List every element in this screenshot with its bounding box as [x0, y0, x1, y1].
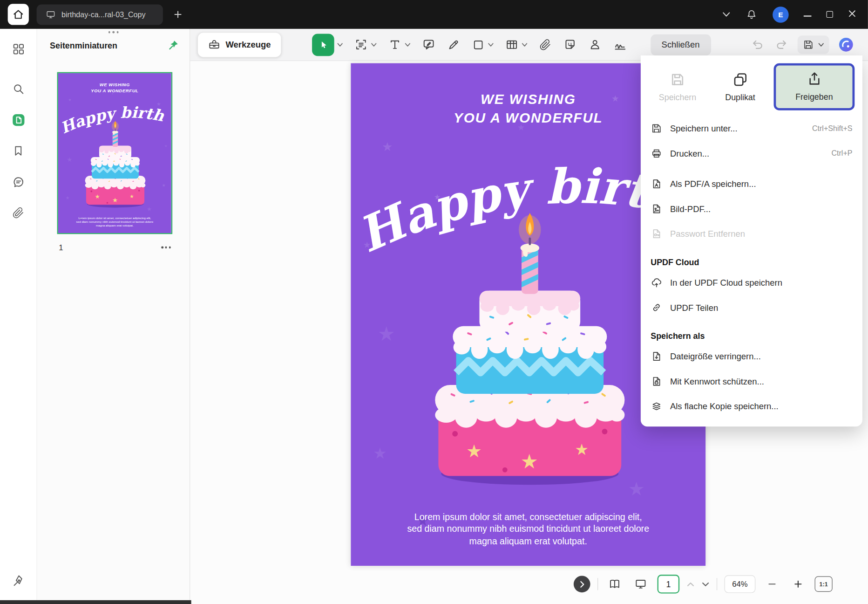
chevron-down-icon[interactable]: [722, 12, 731, 17]
sidebar-item-pen-tools[interactable]: [7, 570, 29, 592]
panel-bottom-strip: [0, 600, 191, 604]
save-menu-button[interactable]: [798, 35, 829, 54]
markup-pen-tool-button[interactable]: [447, 38, 461, 52]
maximize-button[interactable]: [827, 11, 833, 18]
menu-item-bild-pdf[interactable]: Bild-PDF...: [641, 196, 862, 221]
monitor-icon: [46, 9, 56, 20]
menu-action-freigeben[interactable]: Freigeben: [774, 63, 855, 110]
text-icon: [388, 38, 402, 52]
menu-action-duplikat[interactable]: Duplikat: [711, 64, 769, 110]
birthday-card-thumbnail: WE WISHINGYOU A WONDERFUL Happy birthday…: [58, 73, 171, 233]
pin-icon[interactable]: [167, 39, 179, 51]
undo-icon[interactable]: [751, 38, 765, 52]
actual-size-button[interactable]: 1:1: [815, 577, 833, 592]
sidebar-item-page-thumbnails[interactable]: [7, 109, 29, 131]
presentation-mode-button[interactable]: [631, 575, 650, 593]
panel-drag-dots-icon[interactable]: [108, 31, 118, 33]
sticker-icon: [563, 38, 577, 52]
redo-icon[interactable]: [774, 38, 788, 52]
select-tool-active: [312, 34, 334, 56]
search-icon: [11, 82, 25, 96]
shortcut-label: Ctrl+P: [831, 149, 852, 158]
menu-item-dateigroesse-verringern[interactable]: Dateigröße verringern...: [641, 344, 862, 369]
user-avatar[interactable]: E: [773, 7, 789, 23]
edit-object-icon: [354, 38, 368, 52]
reduce-size-icon: [651, 350, 662, 362]
close-window-button[interactable]: [848, 9, 856, 20]
home-button[interactable]: [8, 4, 29, 25]
comment-tool-button[interactable]: [421, 38, 435, 52]
attachment-tool-button[interactable]: [538, 38, 552, 52]
shapes-tool-button[interactable]: [471, 38, 494, 52]
werkzeuge-button[interactable]: Werkzeuge: [198, 33, 281, 57]
save-icon: [802, 39, 814, 50]
maximize-icon: [827, 11, 833, 18]
sidebar-item-apps[interactable]: [7, 38, 29, 60]
save-as-icon: [651, 123, 662, 134]
separator: [717, 578, 717, 590]
chevron-down-icon: [371, 42, 377, 47]
left-sidebar: [0, 29, 37, 604]
new-tab-button[interactable]: [171, 7, 185, 21]
card-body-text: Lorem ipsum dolor sit amet, consectetuer…: [406, 511, 650, 547]
menu-item-updf-teilen[interactable]: UPDF Teilen: [641, 295, 862, 320]
reader-mode-button[interactable]: [605, 575, 624, 593]
card-body-text: Lorem ipsum dolor sit amet, consectetuer…: [76, 216, 154, 227]
stamp-tool-button[interactable]: [588, 38, 602, 52]
password-remove-icon: [651, 228, 662, 240]
menu-item-cloud-speichern[interactable]: In der UPDF Cloud speichern: [641, 270, 862, 295]
sidebar-item-comments[interactable]: [7, 171, 29, 193]
star-decoration: [373, 446, 387, 461]
close-document-button[interactable]: Schließen: [651, 34, 711, 55]
collapse-controls-button[interactable]: [574, 576, 590, 592]
panel-title: Seitenminiaturen: [50, 40, 117, 49]
thumbnail-more-options-icon[interactable]: [162, 247, 171, 248]
signature-icon: [613, 37, 627, 52]
print-icon: [651, 148, 662, 159]
document-tab[interactable]: birthday-ca...ral-03_Copy: [37, 4, 163, 25]
svg-text:★: ★: [521, 450, 538, 473]
square-shape-icon: [471, 38, 485, 52]
person-stamp-icon: [588, 38, 602, 52]
menu-item-mit-kennwort-schuetzen[interactable]: Mit Kennwort schützen...: [641, 369, 862, 394]
svg-text:★: ★: [575, 441, 589, 458]
minimize-button[interactable]: [804, 12, 812, 17]
menu-section-updf-cloud: UPDF Cloud: [641, 246, 862, 270]
sidebar-item-bookmarks[interactable]: [7, 140, 29, 162]
table-tool-button[interactable]: [505, 38, 528, 52]
signature-tool-button[interactable]: [613, 37, 627, 52]
bell-icon[interactable]: [746, 8, 758, 21]
share-icon: [806, 71, 822, 87]
menu-item-drucken[interactable]: Drucken... Ctrl+P: [641, 141, 862, 166]
previous-page-chevron-icon[interactable]: [687, 582, 695, 587]
svg-text:★: ★: [129, 193, 134, 199]
pen-nib-icon: [11, 574, 25, 588]
birthday-cake-illustration: ★ ★ ★: [422, 190, 638, 489]
next-page-chevron-icon[interactable]: [702, 582, 710, 587]
ai-assistant-button[interactable]: [839, 37, 854, 52]
page-thumbnails-icon: [11, 112, 26, 127]
thumbnail-page-number: 1: [59, 243, 63, 252]
menu-item-pdfa[interactable]: Als PDF/A speichern...: [641, 172, 862, 197]
sidebar-item-search[interactable]: [7, 78, 29, 100]
sidebar-item-attachments[interactable]: [7, 202, 29, 224]
menu-item-speichern-unter[interactable]: Speichern unter... Ctrl+Shift+S: [641, 116, 862, 141]
text-tool-button[interactable]: [388, 38, 411, 52]
page-thumbnail[interactable]: WE WISHINGYOU A WONDERFUL Happy birthday…: [57, 72, 173, 234]
zoom-out-button[interactable]: [763, 575, 781, 593]
page-number-input[interactable]: [658, 575, 680, 593]
zoom-in-button[interactable]: [789, 575, 807, 593]
svg-text:★: ★: [112, 197, 118, 204]
apps-grid-icon: [11, 42, 25, 56]
chevron-down-icon: [818, 42, 824, 47]
page-controls-bar: 64% 1:1: [574, 575, 833, 593]
sticker-tool-button[interactable]: [563, 38, 577, 52]
toolbar-right-group: [751, 35, 860, 54]
menu-item-als-flache-kopie[interactable]: Als flache Kopie speichern...: [641, 394, 862, 419]
star-decoration: [164, 144, 168, 148]
star-decoration: [65, 195, 70, 200]
select-tool-button[interactable]: [312, 34, 343, 56]
zoom-level-dropdown[interactable]: 64%: [725, 575, 756, 593]
edit-tool-button[interactable]: [354, 38, 377, 52]
shortcut-label: Ctrl+Shift+S: [812, 124, 853, 133]
